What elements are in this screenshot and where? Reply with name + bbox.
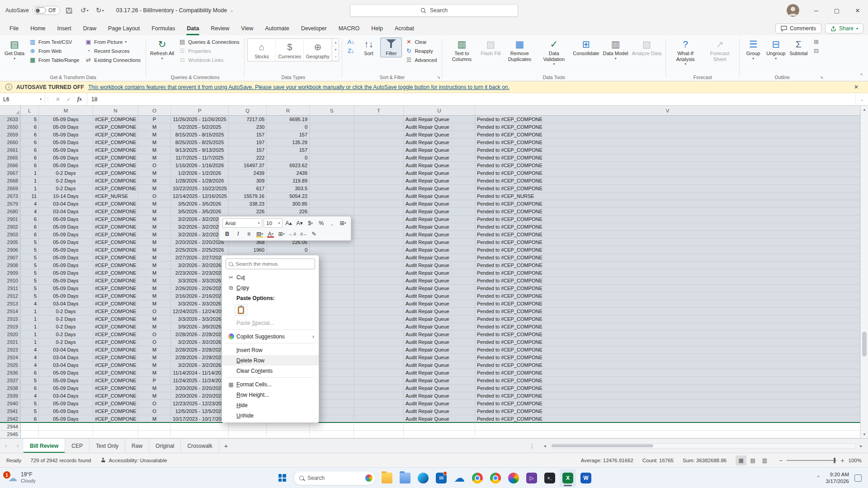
cell-N-2940[interactable]: #CEP_COMPONE <box>93 400 138 408</box>
cell-U-2661[interactable]: Audit Repair Queue <box>404 146 475 154</box>
cell-O-2912[interactable]: M <box>138 292 171 300</box>
cell-T-2660[interactable] <box>354 139 404 146</box>
cell-S-2665[interactable] <box>310 154 354 162</box>
cell-L-2650[interactable]: 6 <box>21 123 39 131</box>
cell-L-2945[interactable] <box>21 431 39 438</box>
row-header-2925[interactable]: 2925 <box>0 361 21 369</box>
file-explorer-icon[interactable] <box>379 469 395 487</box>
cell-R-2906[interactable]: 0 <box>267 246 310 254</box>
cell-V-2941[interactable]: Pended to #CEP_COMPONE <box>475 408 860 415</box>
cell-O-2944[interactable] <box>138 423 171 431</box>
cell-N-2919[interactable]: #CEP_COMPONE <box>93 323 138 331</box>
consolidate-button[interactable]: ⊞Consolidate <box>571 38 600 57</box>
accounting-format-button[interactable]: $▾ <box>306 218 315 228</box>
cell-V-2666[interactable]: Pended to #CEP_COMPONE <box>475 162 860 169</box>
row-header-2923[interactable]: 2923 <box>0 346 21 354</box>
cell-N-2907[interactable]: #CEP_COMPONE <box>93 254 138 262</box>
cell-V-2908[interactable]: Pended to #CEP_COMPONE <box>475 262 860 269</box>
cell-V-2673[interactable]: Pended to #CEP_NURSE <box>475 192 860 200</box>
taskbar-clock[interactable]: 9:20 AM 3/17/2026 <box>826 471 849 484</box>
name-box[interactable]: L6 ▾ <box>0 93 45 105</box>
cell-M-2679[interactable]: 03-04 Days <box>39 200 93 208</box>
fill-color-button[interactable]: ▨▾ <box>255 229 264 239</box>
cut-menu-item[interactable]: ✂Cut <box>222 272 319 282</box>
cell-V-2680[interactable]: Pended to #CEP_COMPONE <box>475 208 860 216</box>
cell-O-2669[interactable]: M <box>138 185 171 192</box>
cell-V-2669[interactable]: Pended to #CEP_COMPONE <box>475 185 860 192</box>
cell-P-2937[interactable]: 11/24/2025 - 11/24/2025 <box>171 377 229 385</box>
flash-fill-button[interactable]: ▨Flash Fill <box>479 38 502 57</box>
cell-U-2907[interactable]: Audit Repair Queue <box>404 254 475 262</box>
column-header-Q[interactable]: Q <box>229 106 267 116</box>
cell-Q-2633[interactable]: 7217.05 <box>229 116 267 123</box>
row-header-2912[interactable]: 2912 <box>0 292 21 300</box>
column-header-O[interactable]: O <box>138 106 171 116</box>
cell-L-2913[interactable]: 4 <box>21 300 39 308</box>
cell-M-2901[interactable]: 05-09 Days <box>39 216 93 223</box>
cell-U-2945[interactable] <box>404 431 475 438</box>
cell-V-2679[interactable]: Pended to #CEP_COMPONE <box>475 200 860 208</box>
cell-L-2665[interactable]: 6 <box>21 154 39 162</box>
cell-T-2666[interactable] <box>354 162 404 169</box>
edge-icon[interactable] <box>415 469 431 487</box>
tab-help[interactable]: Help <box>365 22 389 35</box>
from-picture-button[interactable]: ▣From Picture▾ <box>82 38 143 46</box>
cell-P-2668[interactable]: 1/28/2026 - 1/28/2026 <box>171 177 229 185</box>
column-header-R[interactable]: R <box>267 106 310 116</box>
cell-L-2906[interactable]: 5 <box>21 246 39 254</box>
cell-O-2666[interactable]: O <box>138 162 171 169</box>
group-button[interactable]: ☰Group▾ <box>742 38 764 61</box>
sheet-nav-right-icon[interactable]: › <box>12 439 24 453</box>
cell-V-2667[interactable]: Pended to #CEP_COMPONE <box>475 169 860 177</box>
cell-U-2668[interactable]: Audit Repair Queue <box>404 177 475 185</box>
column-header-L[interactable]: L <box>21 106 39 116</box>
cell-V-2913[interactable]: Pended to #CEP_COMPONE <box>475 300 860 308</box>
cell-M-2669[interactable]: 0-2 Days <box>39 185 93 192</box>
row-header-2667[interactable]: 2667 <box>0 169 21 177</box>
cell-S-2668[interactable] <box>310 177 354 185</box>
cell-N-2661[interactable]: #CEP_COMPONE <box>93 146 138 154</box>
cell-L-2911[interactable]: 5 <box>21 285 39 292</box>
undo-button[interactable]: ↺▾ <box>78 4 91 17</box>
cell-M-2905[interactable]: 05-09 Days <box>39 239 93 246</box>
cell-M-2633[interactable]: 05-09 Days <box>39 116 93 123</box>
copy-menu-item[interactable]: ⧉Copy <box>222 282 319 293</box>
cell-L-2679[interactable]: 4 <box>21 200 39 208</box>
cell-U-2924[interactable]: Audit Repair Queue <box>404 354 475 361</box>
cell-U-2901[interactable]: Audit Repair Queue <box>404 216 475 223</box>
save-button[interactable] <box>63 4 75 17</box>
row-header-2945[interactable]: 2945 <box>0 431 21 438</box>
cell-P-2650[interactable]: 5/2/2025 - 5/2/2025 <box>171 123 229 131</box>
cell-R-2660[interactable]: 135.29 <box>267 139 310 146</box>
cell-T-2942[interactable] <box>354 415 404 423</box>
sheet-tab-bill-review[interactable]: Bill Review <box>24 439 65 453</box>
cell-M-2907[interactable]: 05-09 Days <box>39 254 93 262</box>
cell-P-2909[interactable]: 2/23/2026 - 2/23/2026 <box>171 269 229 277</box>
cell-R-2673[interactable]: 5054.22 <box>267 192 310 200</box>
cell-V-2914[interactable]: Pended to #CEP_COMPONE <box>475 308 860 315</box>
cell-T-2903[interactable] <box>354 231 404 239</box>
cell-O-2924[interactable]: M <box>138 354 171 361</box>
cell-O-2909[interactable]: M <box>138 269 171 277</box>
comments-button[interactable]: Comments <box>775 23 821 33</box>
row-header-2679[interactable]: 2679 <box>0 200 21 208</box>
row-header-2665[interactable]: 2665 <box>0 154 21 162</box>
unhide-menu-item[interactable]: Unhide <box>222 410 319 421</box>
tab-file[interactable]: File <box>4 22 24 35</box>
cell-L-2633[interactable]: 5 <box>21 116 39 123</box>
cell-V-2924[interactable]: Pended to #CEP_COMPONE <box>475 354 860 361</box>
cell-M-2941[interactable]: 05-09 Days <box>39 408 93 415</box>
cell-M-2673[interactable]: 10-14 Days <box>39 192 93 200</box>
cell-M-2914[interactable]: 0-2 Days <box>39 308 93 315</box>
insert-function-button[interactable]: fx <box>75 94 85 104</box>
cell-O-2908[interactable]: M <box>138 262 171 269</box>
cell-V-2902[interactable]: Pended to #CEP_COMPONE <box>475 223 860 231</box>
ungroup-button[interactable]: ⊟Ungroup▾ <box>765 38 787 61</box>
cell-S-2673[interactable] <box>310 192 354 200</box>
cell-U-2659[interactable]: Audit Repair Queue <box>404 131 475 139</box>
cell-T-2913[interactable] <box>354 300 404 308</box>
existing-connections-button[interactable]: ⇄Existing Connections <box>82 56 143 64</box>
cell-Q-2680[interactable]: 226 <box>229 208 267 216</box>
what-if-analysis-button[interactable]: ?What-If Analysis▾ <box>669 38 702 67</box>
center-align-button[interactable]: ≡ <box>244 229 254 239</box>
